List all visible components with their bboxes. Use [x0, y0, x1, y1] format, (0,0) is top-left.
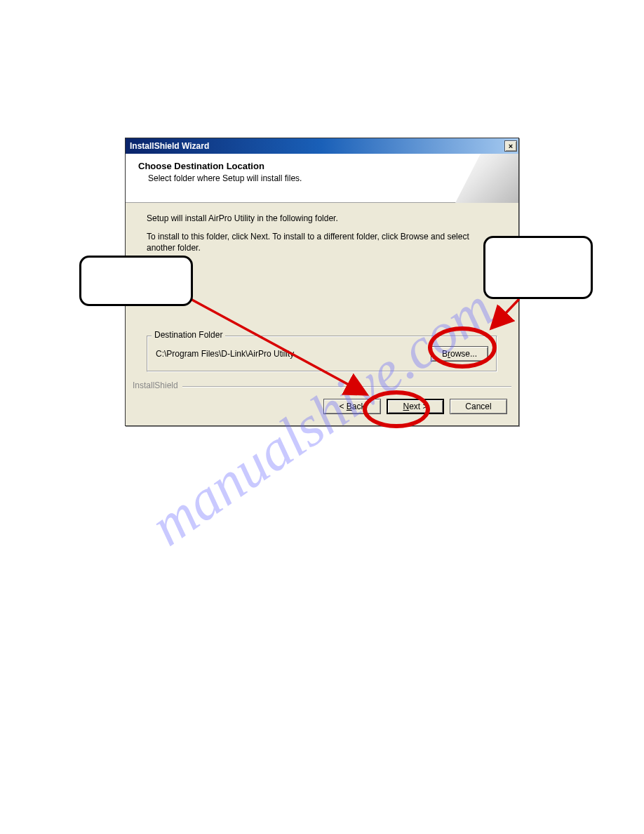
cancel-button[interactable]: Cancel: [450, 399, 507, 414]
annotation-callout-right: [483, 236, 593, 299]
close-button[interactable]: ×: [504, 140, 517, 152]
button-row: < Back Next > Cancel: [126, 390, 518, 425]
dialog-header: Choose Destination Location Select folde…: [126, 154, 518, 203]
header-subtitle: Select folder where Setup will install f…: [138, 173, 506, 183]
back-post: ack: [352, 402, 365, 411]
destination-path: C:\Program Files\D-Link\AirPro Utility: [156, 349, 294, 359]
destination-row: C:\Program Files\D-Link\AirPro Utility B…: [156, 346, 488, 362]
annotation-callout-left: [79, 256, 193, 306]
footer-divider: [179, 386, 511, 388]
destination-group-label: Destination Folder: [152, 330, 225, 340]
body-text-line2: To install to this folder, click Next. T…: [147, 231, 497, 253]
next-button[interactable]: Next >: [387, 399, 444, 414]
next-post: ext >: [409, 402, 427, 411]
header-title: Choose Destination Location: [138, 161, 506, 171]
browse-button[interactable]: Browse...: [431, 346, 488, 362]
destination-folder-group: Destination Folder C:\Program Files\D-Li…: [147, 336, 497, 372]
back-mnemonic: B: [347, 402, 352, 411]
back-pre: <: [339, 402, 346, 411]
footer-brand: InstallShield: [133, 380, 182, 390]
back-button[interactable]: < Back: [323, 399, 381, 414]
close-icon: ×: [509, 142, 513, 150]
footer-brand-row: InstallShield: [126, 380, 518, 390]
browse-post: owse...: [450, 349, 477, 359]
body-text-line1: Setup will install AirPro Utility in the…: [147, 213, 497, 224]
next-mnemonic: N: [403, 402, 409, 411]
browse-pre: B: [442, 349, 448, 359]
title-bar: InstallShield Wizard ×: [126, 138, 518, 154]
window-title: InstallShield Wizard: [130, 141, 209, 151]
